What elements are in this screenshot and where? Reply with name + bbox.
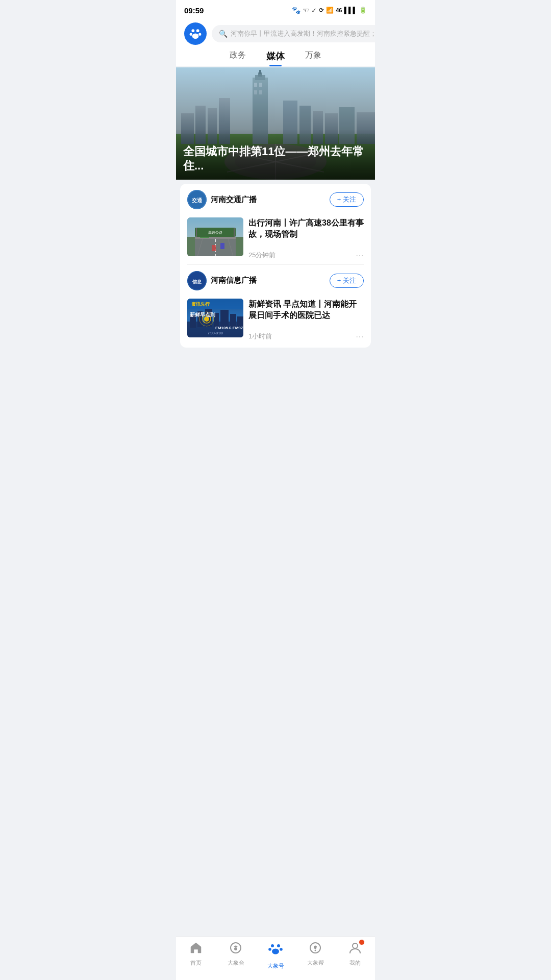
news-thumb-1: 高速公路 [187,217,243,256]
channel-left-2: 信息 河南信息广播 [187,271,257,290]
svg-point-4 [192,33,199,39]
news-container: 交通 河南交通广播 + 关注 [180,184,371,348]
more-icon-1[interactable]: ⋯ [356,251,364,260]
svg-text:资讯先行: 资讯先行 [191,302,210,307]
app-logo-icon [188,27,203,41]
status-battery-icon: 🔋 [359,7,367,14]
search-bar[interactable]: 🔍 河南你早丨甲流进入高发期！河南疾控紧急提醒；... [212,25,375,42]
search-icon: 🔍 [219,30,228,38]
news-content-2: 新鲜资讯 早点知道丨河南能开展日间手术的医院已达 1小时前 ⋯ [248,299,364,341]
status-paw-icon: 🐾 [292,6,300,14]
news-title-2: 新鲜资讯 早点知道丨河南能开展日间手术的医院已达 [248,299,364,322]
svg-point-2 [190,33,192,36]
svg-text:FM105.6  FM97.5: FM105.6 FM97.5 [215,326,243,330]
svg-text:高速公路: 高速公路 [208,231,222,234]
tab-meiti[interactable]: 媒体 [266,50,285,66]
svg-text:7:00-8:00: 7:00-8:00 [208,331,223,335]
news-meta-1: 25分钟前 ⋯ [248,251,364,260]
status-icons: 🐾 ☜ ✓ ⟳ 📶 46 ▌▌▌ 🔋 [292,6,367,14]
svg-rect-41 [236,237,243,256]
svg-rect-36 [187,237,243,239]
news-title-1: 出行河南丨许广高速38公里有事故，现场管制 [248,217,364,240]
svg-rect-59 [220,310,229,327]
news-item-1[interactable]: 高速公路 出行河南丨许广高速38公里有事故，现场管制 25分钟前 ⋯ [180,213,371,264]
channel-avatar-2: 信息 [187,271,207,290]
channel-left-1: 交通 河南交通广播 [187,190,257,209]
app-logo[interactable] [184,22,207,45]
channel-avatar-svg-1: 交通 [187,190,207,209]
svg-text:信息: 信息 [192,279,202,284]
svg-point-3 [198,33,201,36]
news-meta-2: 1小时前 ⋯ [248,332,364,341]
tab-zhengwu[interactable]: 政务 [230,50,246,66]
channel-header-2: 信息 河南信息广播 + 关注 [180,265,371,295]
channel-header-1: 交通 河南交通广播 + 关注 [180,184,371,213]
channel-avatar-1: 交通 [187,190,207,209]
news-thumb-2: FM105.6 FM97.5 7:00-8:00 资讯先行 新鲜早点到 [187,299,243,337]
news-item-2[interactable]: FM105.6 FM97.5 7:00-8:00 资讯先行 新鲜早点到 新鲜资讯… [180,295,371,346]
hero-section[interactable]: 全国城市中排第11位——郑州去年常住... [176,67,375,180]
svg-text:新鲜早点到: 新鲜早点到 [190,312,215,317]
channel-name-2: 河南信息广播 [211,276,257,285]
status-time: 09:59 [184,6,204,15]
hero-title: 全国城市中排第11位——郑州去年常住... [183,144,368,174]
search-placeholder: 河南你早丨甲流进入高发期！河南疾控紧急提醒；... [231,29,375,38]
svg-rect-48 [212,245,216,251]
hero-overlay: 全国城市中排第11位——郑州去年常住... [176,129,375,180]
news-time-2: 1小时前 [248,332,272,341]
svg-rect-49 [220,243,224,249]
status-signal-icon: ⟳ [319,7,324,14]
main-content: 全国城市中排第11位——郑州去年常住... 交通 河南交通广播 + 关注 [176,67,375,393]
more-icon-2[interactable]: ⋯ [356,332,364,341]
status-wifi-icon: 📶 [326,7,334,14]
follow-button-1[interactable]: + 关注 [330,192,364,207]
news-thumb-svg-1: 高速公路 [187,217,243,256]
status-shield-icon: ✓ [311,7,317,14]
status-4g-icon: 46 [336,7,342,13]
news-thumb-svg-2: FM105.6 FM97.5 7:00-8:00 资讯先行 新鲜早点到 [187,299,243,337]
svg-point-0 [191,29,194,32]
svg-rect-40 [187,237,195,256]
svg-point-1 [196,29,199,32]
news-content-1: 出行河南丨许广高速38公里有事故，现场管制 25分钟前 ⋯ [248,217,364,260]
tab-nav: 政务 媒体 万象 [176,45,375,66]
svg-text:交通: 交通 [192,198,203,203]
tab-wanxiang[interactable]: 万象 [305,50,321,66]
status-bar: 09:59 🐾 ☜ ✓ ⟳ 📶 46 ▌▌▌ 🔋 [176,0,375,18]
channel-avatar-svg-2: 信息 [187,271,207,290]
follow-button-2[interactable]: + 关注 [330,274,364,288]
status-hand-icon: ☜ [303,6,309,14]
header: 🔍 河南你早丨甲流进入高发期！河南疾控紧急提醒；... [176,18,375,45]
channel-name-1: 河南交通广播 [211,195,257,205]
status-network-icon: ▌▌▌ [344,7,357,14]
news-time-1: 25分钟前 [248,251,276,260]
